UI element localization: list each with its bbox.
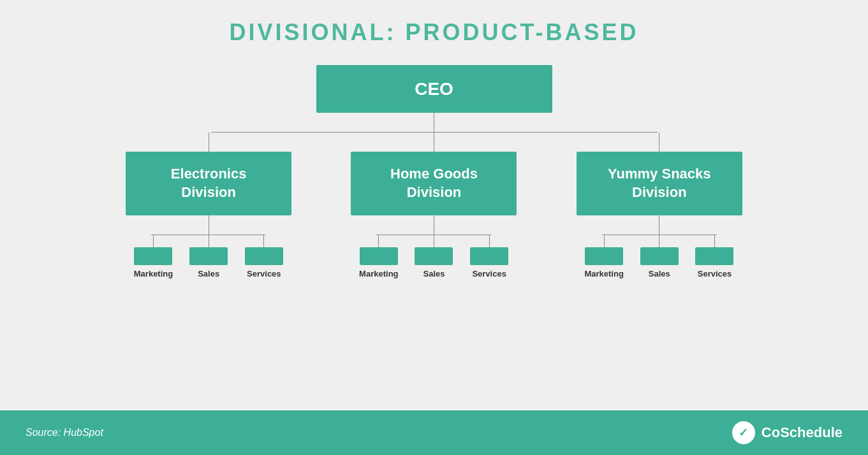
ys-services-col: Services — [687, 235, 742, 278]
elec-services-label: Services — [247, 269, 281, 278]
elec-marketing-label: Marketing — [134, 269, 173, 278]
ys-sales-box — [640, 247, 679, 265]
yummy-division-box: Yummy Snacks Division — [577, 152, 742, 215]
elec-marketing-col: Marketing — [126, 235, 181, 278]
hg-sales-col: Sales — [406, 235, 462, 278]
ys-marketing-label: Marketing — [584, 269, 623, 278]
yummy-division-col: Yummy Snacks Division Marketing — [547, 133, 772, 278]
footer-brand: CoSchedule — [761, 424, 842, 441]
hg-sub-h-line — [376, 235, 491, 235]
homegoods-division-col: Home Goods Division Marketing — [321, 133, 547, 278]
hg-sales-label: Sales — [423, 269, 445, 278]
div-connector-hg — [434, 215, 434, 235]
ys-sales-col: Sales — [631, 235, 687, 278]
ys-services-label: Services — [698, 269, 732, 278]
ceo-box: CEO — [316, 65, 552, 113]
hg-services-box — [470, 247, 508, 265]
hg-services-label: Services — [472, 269, 506, 278]
ys-sales-label: Sales — [649, 269, 670, 278]
footer-source: Source: HubSpot — [26, 427, 103, 438]
ceo-vertical-line — [434, 113, 434, 132]
hg-marketing-box — [360, 247, 398, 265]
elec-marketing-box — [134, 247, 172, 265]
divisions-row: Electronics Division Marketing — [96, 133, 772, 278]
vert-drop-ys — [659, 133, 659, 152]
vert-drop-hg — [434, 133, 434, 152]
elec-sales-label: Sales — [198, 269, 219, 278]
elec-sub-row: Marketing Sales Services — [126, 235, 291, 278]
page-title: DIVISIONAL: PRODUCT-BASED — [229, 19, 638, 46]
div-connector-ys — [659, 215, 659, 235]
footer: Source: HubSpot ✓ CoSchedule — [0, 410, 868, 455]
hg-marketing-label: Marketing — [359, 269, 398, 278]
main-content: DIVISIONAL: PRODUCT-BASED CEO Electronic… — [0, 0, 868, 410]
ys-marketing-box — [585, 247, 623, 265]
hg-marketing-col: Marketing — [351, 235, 406, 278]
div-connector-elec — [209, 215, 209, 235]
hg-services-col: Services — [462, 235, 517, 278]
footer-logo: ✓ CoSchedule — [732, 421, 842, 444]
vert-drop-elec — [209, 133, 209, 152]
org-chart: CEO Electronics Division — [13, 65, 855, 278]
electronics-division-col: Electronics Division Marketing — [96, 133, 321, 278]
electronics-division-box: Electronics Division — [126, 152, 291, 215]
coschedule-icon: ✓ — [732, 421, 755, 444]
ys-services-box — [695, 247, 733, 265]
elec-sub-h-line — [151, 235, 266, 235]
elec-sales-col: Sales — [181, 235, 237, 278]
ys-sub-row: Marketing Sales Services — [577, 235, 742, 278]
hg-sales-box — [415, 247, 453, 265]
elec-services-col: Services — [237, 235, 292, 278]
ys-sub-h-line — [602, 235, 717, 235]
elec-sales-box — [189, 247, 228, 265]
homegoods-division-box: Home Goods Division — [351, 152, 517, 215]
ys-marketing-col: Marketing — [577, 235, 632, 278]
elec-services-box — [245, 247, 283, 265]
hg-sub-row: Marketing Sales Services — [351, 235, 517, 278]
